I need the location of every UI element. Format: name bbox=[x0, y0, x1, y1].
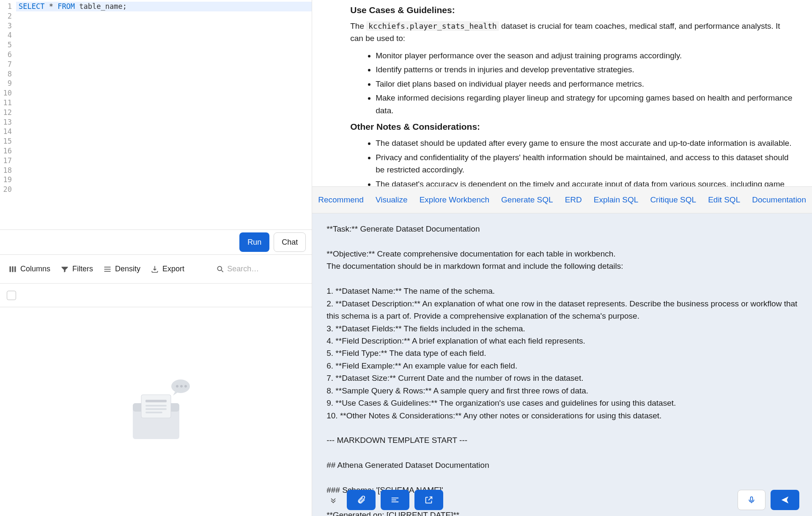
send-button[interactable] bbox=[771, 490, 799, 510]
line-number: 13 bbox=[0, 117, 12, 127]
svg-rect-11 bbox=[145, 400, 167, 402]
tab-explore-workbench[interactable]: Explore Workbench bbox=[420, 195, 489, 205]
svg-point-16 bbox=[176, 385, 178, 388]
line-number: 20 bbox=[0, 185, 12, 194]
run-button[interactable]: Run bbox=[239, 232, 269, 252]
line-number: 8 bbox=[0, 69, 12, 79]
density-icon bbox=[103, 265, 112, 273]
table-header-row bbox=[0, 284, 312, 307]
line-number: 18 bbox=[0, 166, 12, 175]
svg-rect-12 bbox=[145, 405, 167, 407]
right-panel: Use Cases & Guidelines: The kcchiefs.pla… bbox=[312, 0, 812, 516]
svg-rect-21 bbox=[392, 502, 399, 502]
export-button[interactable]: Export bbox=[151, 265, 184, 273]
send-icon bbox=[780, 495, 790, 505]
other-notes-heading: Other Notes & Considerations: bbox=[329, 122, 795, 132]
tab-documentation[interactable]: Documentation bbox=[752, 195, 806, 205]
empty-state bbox=[0, 307, 312, 516]
line-number: 15 bbox=[0, 137, 12, 146]
doc-intro-code: kcchiefs.player_stats_health bbox=[366, 21, 499, 31]
search-input[interactable] bbox=[227, 265, 303, 273]
list-item: Tailor diet plans based on individual pl… bbox=[376, 78, 795, 90]
use-cases-heading: Use Cases & Guidelines: bbox=[329, 5, 795, 15]
code-token: * bbox=[44, 2, 58, 11]
microphone-icon bbox=[747, 496, 756, 504]
code-token: FROM bbox=[58, 2, 75, 11]
tab-generate-sql[interactable]: Generate SQL bbox=[501, 195, 553, 205]
code-area[interactable]: SELECT * FROM table_name; bbox=[16, 0, 312, 229]
svg-rect-13 bbox=[145, 408, 167, 410]
svg-rect-2 bbox=[14, 266, 16, 272]
line-number: 5 bbox=[0, 40, 12, 50]
attach-button[interactable] bbox=[347, 490, 376, 510]
composer-row bbox=[312, 490, 812, 510]
line-gutter: 1234567891011121314151617181920 bbox=[0, 0, 16, 229]
tab-critique-sql[interactable]: Critique SQL bbox=[650, 195, 696, 205]
line-number: 11 bbox=[0, 98, 12, 108]
line-number: 7 bbox=[0, 60, 12, 69]
list-item: The dataset's accuracy is dependent on t… bbox=[376, 178, 795, 187]
columns-button[interactable]: Columns bbox=[8, 265, 50, 273]
line-number: 3 bbox=[0, 21, 12, 31]
search-icon bbox=[216, 265, 225, 273]
chat-button[interactable]: Chat bbox=[274, 232, 306, 252]
doc-intro: The kcchiefs.player_stats_health dataset… bbox=[329, 20, 795, 44]
line-number: 14 bbox=[0, 127, 12, 137]
code-token: table_name; bbox=[75, 2, 127, 11]
columns-label: Columns bbox=[20, 265, 50, 273]
chat-area: **Task:** Generate Dataset Documentation… bbox=[312, 213, 812, 516]
svg-rect-0 bbox=[10, 266, 11, 272]
sql-editor[interactable]: 1234567891011121314151617181920 SELECT *… bbox=[0, 0, 312, 229]
grid-toolbar: Columns Filters Density Export bbox=[0, 255, 312, 284]
svg-rect-19 bbox=[392, 498, 399, 499]
line-number: 9 bbox=[0, 79, 12, 88]
line-number: 16 bbox=[0, 146, 12, 156]
svg-rect-4 bbox=[104, 269, 111, 270]
editor-action-row: Run Chat bbox=[0, 229, 312, 255]
tab-edit-sql[interactable]: Edit SQL bbox=[708, 195, 740, 205]
paperclip-icon bbox=[357, 495, 366, 505]
left-panel: 1234567891011121314151617181920 SELECT *… bbox=[0, 0, 312, 516]
line-number: 19 bbox=[0, 175, 12, 185]
filter-icon bbox=[60, 265, 69, 273]
svg-point-6 bbox=[218, 266, 222, 270]
line-number: 6 bbox=[0, 50, 12, 60]
svg-rect-1 bbox=[12, 266, 13, 272]
mic-button[interactable] bbox=[738, 490, 765, 510]
line-number: 12 bbox=[0, 108, 12, 117]
tab-explain-sql[interactable]: Explain SQL bbox=[594, 195, 639, 205]
search-wrap bbox=[216, 265, 303, 273]
tab-visualize[interactable]: Visualize bbox=[376, 195, 408, 205]
svg-line-7 bbox=[222, 270, 223, 272]
external-link-icon bbox=[424, 495, 433, 505]
density-button[interactable]: Density bbox=[103, 265, 140, 273]
list-item: The dataset should be updated after ever… bbox=[376, 137, 795, 149]
doc-intro-prefix: The bbox=[350, 22, 366, 30]
tab-erd[interactable]: ERD bbox=[565, 195, 582, 205]
action-tabs-row: RecommendVisualizeExplore WorkbenchGener… bbox=[312, 186, 812, 213]
use-cases-list: Monitor player performance over the seas… bbox=[329, 49, 795, 117]
svg-rect-14 bbox=[145, 412, 162, 413]
code-line-1[interactable]: SELECT * FROM table_name; bbox=[16, 2, 312, 11]
select-all-checkbox[interactable] bbox=[7, 291, 16, 300]
density-label: Density bbox=[115, 265, 140, 273]
svg-rect-3 bbox=[104, 267, 111, 268]
export-label: Export bbox=[162, 265, 184, 273]
open-external-button[interactable] bbox=[414, 490, 443, 510]
format-button[interactable] bbox=[381, 490, 409, 510]
line-number: 10 bbox=[0, 88, 12, 98]
line-number: 4 bbox=[0, 30, 12, 40]
filters-button[interactable]: Filters bbox=[60, 265, 93, 273]
other-notes-list: The dataset should be updated after ever… bbox=[329, 137, 795, 186]
tab-recommend[interactable]: Recommend bbox=[318, 195, 364, 205]
documentation-area: Use Cases & Guidelines: The kcchiefs.pla… bbox=[312, 0, 812, 186]
list-item: Monitor player performance over the seas… bbox=[376, 49, 795, 62]
code-token: SELECT bbox=[19, 2, 44, 11]
list-item: Make informed decisions regarding player… bbox=[376, 92, 795, 117]
list-item: Privacy and confidentiality of the playe… bbox=[376, 151, 795, 176]
chat-message: **Task:** Generate Dataset Documentation… bbox=[326, 223, 798, 516]
svg-rect-5 bbox=[104, 271, 111, 272]
filters-label: Filters bbox=[72, 265, 93, 273]
svg-point-18 bbox=[184, 385, 187, 388]
collapse-button[interactable] bbox=[325, 490, 342, 510]
